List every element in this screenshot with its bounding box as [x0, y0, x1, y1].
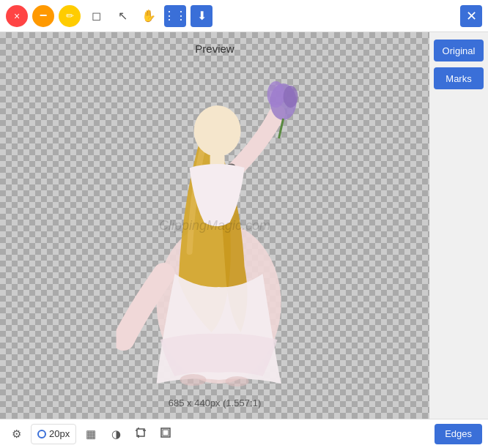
marks-label: Marks	[446, 73, 471, 84]
grid-button[interactable]: ▦	[81, 424, 101, 444]
grid-icon: ▦	[86, 428, 96, 441]
window-close-button[interactable]: ✕	[460, 5, 482, 27]
frame-icon	[160, 427, 171, 441]
right-sidebar: Original Marks	[429, 32, 488, 419]
hand-icon: ✋	[141, 9, 156, 23]
settings-icon: ⚙	[12, 428, 21, 441]
preview-image	[117, 54, 322, 398]
minus-circle-button[interactable]: −	[32, 5, 54, 27]
download-icon: ⬇	[197, 9, 207, 23]
size-circle-icon	[37, 430, 46, 438]
size-display: 20px	[31, 424, 76, 444]
pencil-circle-button[interactable]: ✏	[59, 5, 81, 27]
menu-dots-icon: ⋮⋮	[163, 9, 187, 23]
canvas-area[interactable]: Preview	[0, 32, 429, 419]
preview-label: Preview	[195, 42, 234, 55]
close-circle-button[interactable]: ×	[6, 5, 28, 27]
frame-button[interactable]	[155, 424, 176, 444]
download-button[interactable]: ⬇	[191, 5, 212, 27]
crop-icon	[135, 427, 147, 441]
image-info: 685 x 440px (1.557:1)	[169, 397, 261, 408]
crop-button[interactable]	[130, 424, 151, 444]
svg-point-9	[226, 376, 249, 387]
original-button[interactable]: Original	[434, 40, 484, 61]
svg-point-3	[284, 86, 298, 108]
select-button[interactable]: ↖	[111, 5, 133, 27]
eraser-button[interactable]: ◻	[85, 5, 107, 27]
marks-button[interactable]: Marks	[434, 67, 484, 89]
menu-dots-button[interactable]: ⋮⋮	[164, 5, 186, 27]
svg-point-8	[180, 374, 207, 386]
edges-button[interactable]: Edges	[435, 424, 482, 444]
edges-label: Edges	[445, 428, 472, 439]
pencil-icon: ✏	[66, 10, 74, 21]
window-close-icon: ✕	[466, 8, 477, 24]
main-area: Preview	[0, 32, 488, 419]
size-value: 20px	[49, 428, 70, 439]
eraser-icon: ◻	[92, 9, 101, 23]
svg-point-5	[194, 105, 241, 157]
original-label: Original	[443, 45, 476, 56]
top-toolbar: × − ✏ ◻ ↖ ✋ ⋮⋮ ⬇ ✕	[0, 0, 488, 32]
bottom-toolbar: ⚙ 20px ▦ ◑ Edges	[0, 419, 488, 448]
minus-icon: −	[40, 8, 48, 23]
close-icon: ×	[14, 10, 20, 22]
hand-button[interactable]: ✋	[138, 5, 160, 27]
contrast-icon: ◑	[111, 428, 121, 441]
contrast-button[interactable]: ◑	[106, 424, 126, 444]
select-icon: ↖	[118, 9, 127, 23]
settings-button[interactable]: ⚙	[6, 424, 26, 444]
svg-rect-16	[163, 430, 169, 436]
svg-point-2	[267, 81, 285, 108]
